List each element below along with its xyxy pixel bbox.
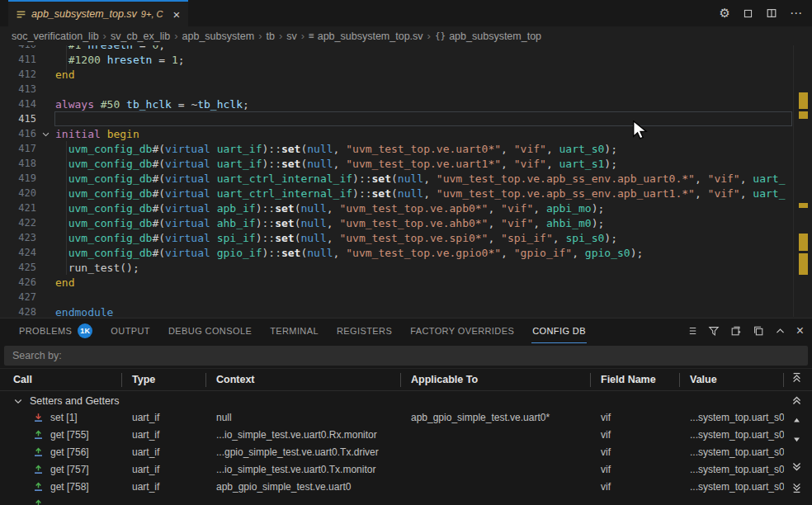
line-number: 419 [0,171,36,186]
table-row[interactable]: get [756]uart_if...gpio_simple_test.ve.u… [0,444,812,461]
breadcrumb-item[interactable]: tb [266,31,274,42]
context-cell: apb_gpio_simple_test.ve.uart0 [206,479,401,496]
type-cell: uart_if [122,479,206,496]
type-cell [122,496,206,505]
fold-gutter [36,186,54,201]
applicable-to-cell [401,496,591,505]
code-line: 428endmodule [0,304,812,317]
column-header-field-name[interactable]: Field Name [591,373,680,387]
search-input[interactable] [4,346,808,366]
close-panel-icon[interactable]: × [796,323,804,338]
problems-count-badge: 1K [78,323,92,338]
code-line: 417 uvm_config_db#(virtual uart_if)::set… [0,141,812,156]
fold-gutter [36,45,54,52]
value-cell: ...system_top.uart_s0 [680,461,784,479]
line-number: 424 [0,245,36,260]
table-group-row[interactable]: Setters and Getters [0,392,812,409]
fold-gutter [36,201,54,215]
line-number: 423 [0,230,36,245]
more-actions-icon[interactable]: ⋯ [790,6,802,21]
fold-gutter [36,260,54,275]
fold-gutter [36,171,54,186]
line-number: 412 [0,67,36,82]
fold-gutter [36,245,54,260]
code-line: 418 uvm_config_db#(virtual uart_if)::set… [0,156,812,171]
breadcrumb-item[interactable]: sv_cb_ex_lib [111,31,170,42]
panel-tab-problems[interactable]: PROBLEMS1K [10,319,102,343]
table-header: CallTypeContextApplicable ToField NameVa… [0,368,812,391]
row-up-icon[interactable] [790,413,803,427]
call-cell [5,496,122,505]
column-header-context[interactable]: Context [206,373,401,387]
new-window-icon[interactable] [730,325,742,337]
breadcrumb-item[interactable]: ≡apb_subsystem_top.sv [309,31,423,42]
breadcrumb-item[interactable]: soc_verification_lib [12,31,99,42]
value-cell: ...system_top.uart_s0 [680,409,784,427]
panel-tab-label: REGISTERS [337,326,392,336]
breadcrumb-item[interactable]: sv [286,31,297,42]
breadcrumb-separator: › [258,30,262,42]
code-line: 412end [0,67,812,82]
breadcrumb-item[interactable]: apb_subsystem [182,31,255,42]
page-down-icon[interactable] [790,460,803,473]
field-name-cell [591,496,680,505]
page-up-icon[interactable] [790,394,803,407]
scroll-bottom-icon[interactable] [790,481,803,494]
chevron-up-icon[interactable] [775,326,786,337]
gear-icon[interactable]: ⚙ [720,6,730,21]
type-cell: uart_if [122,461,206,479]
value-cell: ...system_top.uart_s0 [680,479,784,496]
column-header-applicable-to[interactable]: Applicable To [401,373,591,387]
table-row[interactable]: get [758]uart_ifapb_gpio_simple_test.ve.… [0,479,812,496]
scroll-top-icon[interactable] [790,371,803,385]
list-icon[interactable] [686,325,697,337]
code-text: uvm_config_db#(virtual uart_if)::set(nul… [54,156,792,171]
code-editor[interactable]: 410 #1 hresetn = 0;411 #1200 hresetn = 1… [0,45,812,317]
line-number: 427 [0,290,36,304]
fold-gutter [36,304,54,317]
code-line: 422 uvm_config_db#(virtual ahb_if)::set(… [0,215,812,230]
restore-icon[interactable] [743,8,753,19]
column-header-value[interactable]: Value [680,373,784,387]
call-label: get [755] [50,427,89,444]
column-header-call[interactable]: Call [5,373,122,387]
panel-tab-label: OUTPUT [111,326,150,336]
breadcrumb-item[interactable]: {}apb_subsystem_top [435,31,541,42]
split-editor-icon[interactable] [766,7,777,19]
row-nav-spacer [784,496,812,505]
panel-tab-registers[interactable]: REGISTERS [328,319,401,343]
line-number: 420 [0,186,36,201]
table-row[interactable]: set [1]uart_ifnullapb_gpio_simple_test.v… [0,409,812,427]
context-cell: ...gpio_simple_test.ve.uart0.Tx.driver [206,444,401,461]
code-text [54,82,792,97]
panel-tab-debug-console[interactable]: DEBUG CONSOLE [159,319,261,343]
table-row-partial[interactable] [0,496,812,505]
code-line: 419 uvm_config_db#(virtual uart_ctrl_int… [0,171,812,186]
close-icon[interactable]: × [172,8,180,21]
code-line: 427 [0,290,812,304]
field-name-cell: vif [591,479,680,496]
line-number: 425 [0,260,36,275]
panel-tab-config-db[interactable]: CONFIG DB [523,319,595,343]
applicable-to-cell [401,461,591,479]
table-row[interactable]: get [757]uart_if...io_simple_test.ve.uar… [0,461,812,479]
panel-tab-terminal[interactable]: TERMINAL [261,319,328,343]
editor-tab[interactable]: apb_subsystem_top.sv 9+, C × [8,0,188,26]
panel-tabs: PROBLEMS1KOUTPUTDEBUG CONSOLETERMINALREG… [0,319,595,343]
table-row[interactable]: get [755]uart_if...io_simple_test.ve.uar… [0,427,812,444]
filter-icon[interactable] [708,325,720,337]
row-down-icon[interactable] [790,432,803,446]
value-cell: ...system_top.uart_s0 [680,427,784,444]
file-icon: ≡ [309,31,314,41]
file-list-icon [16,9,26,20]
copy-icon[interactable] [753,325,764,337]
code-text: uvm_config_db#(virtual uart_if)::set(nul… [54,141,792,156]
panel-tab-factory-overrides[interactable]: FACTORY OVERRIDES [401,319,523,343]
panel-tab-output[interactable]: OUTPUT [102,319,159,343]
fold-gutter [36,141,54,156]
fold-chevron-icon[interactable] [36,126,54,141]
field-name-cell: vif [591,461,680,479]
column-header-type[interactable]: Type [122,373,206,387]
get-icon [33,447,44,458]
call-cell: get [756] [5,444,122,461]
